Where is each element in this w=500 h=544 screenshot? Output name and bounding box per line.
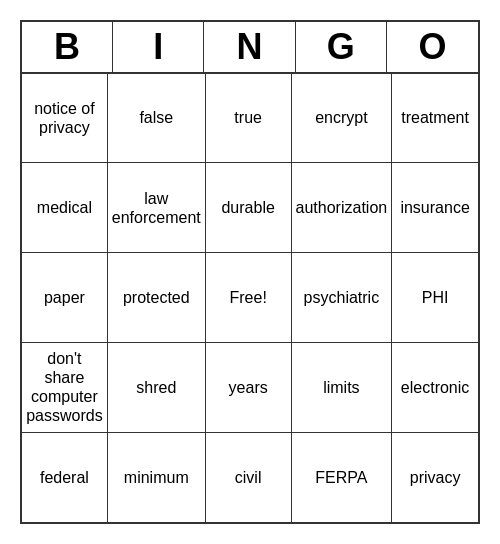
bingo-cell: notice of privacy (22, 74, 108, 164)
bingo-cell: years (206, 343, 292, 433)
header-letter: I (113, 22, 204, 72)
bingo-cell: true (206, 74, 292, 164)
bingo-cell: encrypt (292, 74, 393, 164)
bingo-cell: civil (206, 433, 292, 523)
cell-text: authorization (296, 198, 388, 217)
cell-text: true (234, 108, 262, 127)
header-letter: N (204, 22, 295, 72)
cell-text: federal (40, 468, 89, 487)
cell-text: durable (221, 198, 274, 217)
bingo-cell: electronic (392, 343, 478, 433)
bingo-cell: authorization (292, 163, 393, 253)
bingo-cell: shred (108, 343, 206, 433)
bingo-grid: notice of privacyfalsetrueencrypttreatme… (22, 74, 478, 523)
bingo-cell: psychiatric (292, 253, 393, 343)
cell-text: PHI (422, 288, 449, 307)
bingo-header: BINGO (22, 22, 478, 74)
cell-text: encrypt (315, 108, 367, 127)
cell-text: notice of privacy (26, 99, 103, 137)
bingo-cell: privacy (392, 433, 478, 523)
cell-text: don't share computer passwords (26, 349, 103, 426)
bingo-cell: PHI (392, 253, 478, 343)
cell-text: treatment (401, 108, 469, 127)
cell-text: false (139, 108, 173, 127)
bingo-cell: treatment (392, 74, 478, 164)
bingo-cell: Free! (206, 253, 292, 343)
bingo-cell: federal (22, 433, 108, 523)
header-letter: G (296, 22, 387, 72)
header-letter: B (22, 22, 113, 72)
bingo-cell: limits (292, 343, 393, 433)
cell-text: paper (44, 288, 85, 307)
cell-text: electronic (401, 378, 469, 397)
bingo-cell: FERPA (292, 433, 393, 523)
bingo-cell: minimum (108, 433, 206, 523)
cell-text: protected (123, 288, 190, 307)
bingo-cell: durable (206, 163, 292, 253)
cell-text: privacy (410, 468, 461, 487)
cell-text: minimum (124, 468, 189, 487)
bingo-cell: insurance (392, 163, 478, 253)
bingo-card: BINGO notice of privacyfalsetrueencryptt… (20, 20, 480, 525)
cell-text: shred (136, 378, 176, 397)
cell-text: law enforcement (112, 189, 201, 227)
cell-text: years (229, 378, 268, 397)
cell-text: insurance (400, 198, 469, 217)
cell-text: civil (235, 468, 262, 487)
header-letter: O (387, 22, 478, 72)
bingo-cell: false (108, 74, 206, 164)
cell-text: limits (323, 378, 359, 397)
bingo-cell: protected (108, 253, 206, 343)
bingo-cell: paper (22, 253, 108, 343)
bingo-cell: don't share computer passwords (22, 343, 108, 433)
bingo-cell: medical (22, 163, 108, 253)
cell-text: Free! (229, 288, 266, 307)
cell-text: FERPA (315, 468, 367, 487)
bingo-cell: law enforcement (108, 163, 206, 253)
cell-text: medical (37, 198, 92, 217)
cell-text: psychiatric (304, 288, 380, 307)
